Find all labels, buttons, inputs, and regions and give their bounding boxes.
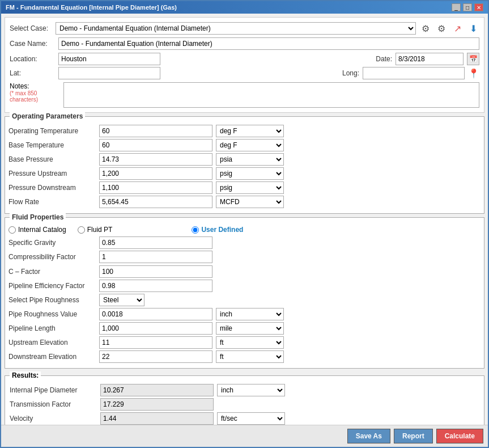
config-button[interactable]: ⚙ <box>435 22 448 35</box>
pressure-upstream-label: Pressure Upstream <box>8 170 99 177</box>
c-factor-label: C – Factor <box>8 268 99 276</box>
result-velocity-label: Velocity <box>10 415 100 422</box>
op-temp-unit-select[interactable]: deg Fdeg C <box>216 125 284 137</box>
calendar-button[interactable]: 📅 <box>467 53 479 65</box>
long-input[interactable] <box>363 67 465 79</box>
radio-fluid-pt[interactable]: Fluid PT <box>78 226 113 234</box>
settings-button[interactable]: ⚙ <box>419 22 432 35</box>
result-diameter-input <box>100 384 214 396</box>
location-label: Location: <box>10 55 55 63</box>
top-info-section: Select Case: Demo - Fundamental Equation… <box>5 17 484 113</box>
long-label: Long: <box>342 69 359 77</box>
base-pressure-unit-select[interactable]: psiapsigkPabar <box>216 153 284 166</box>
compressibility-input[interactable] <box>99 251 212 263</box>
notes-textarea[interactable] <box>63 82 479 108</box>
close-button[interactable]: ✕ <box>474 3 483 11</box>
pressure-upstream-input[interactable] <box>99 167 212 180</box>
op-temp-label: Operating Temperature <box>8 127 99 135</box>
fluid-radio-row: Internal Catalog Fluid PT User Defined <box>8 226 481 234</box>
downstream-elevation-row: Downstream Elevation ftm <box>8 350 481 363</box>
upstream-elevation-input[interactable] <box>99 336 212 349</box>
download-button[interactable]: ⬇ <box>467 22 479 35</box>
select-case-row: Select Case: Demo - Fundamental Equation… <box>10 22 479 35</box>
location-section: Location: <box>10 53 370 65</box>
radio-internal-catalog-input[interactable] <box>8 226 16 234</box>
downstream-elevation-label: Downstream Elevation <box>8 353 99 361</box>
results-title: Results: <box>10 371 41 379</box>
base-pressure-input[interactable] <box>99 153 212 166</box>
base-temp-unit-select[interactable]: deg Fdeg C <box>216 139 284 151</box>
c-factor-row: C – Factor <box>8 265 481 278</box>
pipe-roughness-unit-select[interactable]: inchmmft <box>216 308 284 320</box>
base-temp-row: Base Temperature deg Fdeg C <box>8 139 481 151</box>
specific-gravity-row: Specific Gravity <box>8 236 481 249</box>
base-pressure-row: Base Pressure psiapsigkPabar <box>8 153 481 166</box>
location-input[interactable] <box>58 53 160 65</box>
date-input[interactable] <box>396 53 464 65</box>
result-velocity-unit-select[interactable]: ft/secm/s <box>217 412 285 425</box>
result-velocity-row: Velocity ft/secm/s <box>10 412 479 425</box>
specific-gravity-input[interactable] <box>99 236 212 249</box>
downstream-elevation-input[interactable] <box>99 350 212 363</box>
select-pipe-roughness-row: Select Pipe Roughness SteelCast IronPlas… <box>8 294 481 306</box>
op-temp-row: Operating Temperature deg Fdeg C <box>8 125 481 137</box>
notes-label: Notes: <box>10 82 60 90</box>
pipeline-length-row: Pipeline Length milekmft <box>8 322 481 335</box>
save-as-button[interactable]: Save As <box>347 429 390 443</box>
flow-rate-input[interactable] <box>99 196 212 208</box>
pipe-roughness-select[interactable]: SteelCast IronPlasticCustom <box>99 294 144 306</box>
pipeline-length-unit: milekmft <box>216 322 284 335</box>
specific-gravity-label: Specific Gravity <box>8 239 99 247</box>
long-section: Long: 📍 <box>342 67 479 79</box>
report-button[interactable]: Report <box>394 429 433 443</box>
pressure-downstream-unit-select[interactable]: psigpsiakPa <box>216 181 284 194</box>
op-temp-input[interactable] <box>99 125 212 137</box>
pipeline-length-input[interactable] <box>99 322 212 335</box>
radio-user-defined[interactable]: User Defined <box>192 226 243 234</box>
main-content: Select Case: Demo - Fundamental Equation… <box>1 14 488 425</box>
pressure-upstream-unit-select[interactable]: psigpsiakPa <box>216 167 284 180</box>
compressibility-label: Compressibility Factor <box>8 253 99 261</box>
share-button[interactable]: ↗ <box>451 22 464 35</box>
lat-input[interactable] <box>58 67 160 79</box>
radio-fluid-pt-input[interactable] <box>78 226 85 234</box>
pipe-roughness-unit: inchmmft <box>216 308 284 320</box>
flow-rate-unit-select[interactable]: MCFDMMSCFDSCFD <box>216 196 284 208</box>
result-transmission-label: Transmission Factor <box>10 400 100 408</box>
upstream-elevation-unit-select[interactable]: ftm <box>216 336 284 349</box>
pressure-downstream-input[interactable] <box>99 181 212 194</box>
result-velocity-unit: ft/secm/s <box>217 412 285 425</box>
date-section: Date: 📅 <box>376 53 479 65</box>
lat-long-row: Lat: Long: 📍 <box>10 67 479 79</box>
radio-user-defined-input[interactable] <box>192 226 199 234</box>
flow-rate-unit: MCFDMMSCFDSCFD <box>216 196 284 208</box>
result-diameter-unit: inchmmft <box>217 384 285 396</box>
maximize-button[interactable]: □ <box>463 3 472 11</box>
result-diameter-row: Internal Pipe Diameter inchmmft <box>10 384 479 396</box>
window-controls: _ □ ✕ <box>452 3 483 11</box>
pressure-downstream-label: Pressure Downstream <box>8 184 99 192</box>
pipe-roughness-value-input[interactable] <box>99 308 212 320</box>
pressure-upstream-unit: psigpsiakPa <box>216 167 284 180</box>
pressure-upstream-row: Pressure Upstream psigpsiakPa <box>8 167 481 180</box>
compressibility-row: Compressibility Factor <box>8 251 481 263</box>
pressure-downstream-unit: psigpsiakPa <box>216 181 284 194</box>
calculate-button[interactable]: Calculate <box>436 429 483 443</box>
c-factor-input[interactable] <box>99 265 212 278</box>
radio-internal-catalog[interactable]: Internal Catalog <box>8 226 66 234</box>
select-case-dropdown[interactable]: Demo - Fundamental Equation (Internal Di… <box>56 22 416 35</box>
case-name-label: Case Name: <box>10 40 55 48</box>
case-name-row: Case Name: <box>10 37 479 50</box>
pipeline-efficiency-label: Pipeline Efficiency Factor <box>8 282 99 290</box>
map-pin-icon: 📍 <box>468 68 479 79</box>
minimize-button[interactable]: _ <box>452 3 461 11</box>
case-name-input[interactable] <box>58 37 479 50</box>
result-diameter-unit-select[interactable]: inchmmft <box>217 384 285 396</box>
downstream-elevation-unit-select[interactable]: ftm <box>216 350 284 363</box>
bottom-action-bar: Save As Report Calculate <box>1 425 488 447</box>
pipe-roughness-value-row: Pipe Roughness Value inchmmft <box>8 308 481 320</box>
lat-label: Lat: <box>10 69 55 77</box>
base-temp-input[interactable] <box>99 139 212 151</box>
pipeline-length-unit-select[interactable]: milekmft <box>216 322 284 335</box>
pipeline-efficiency-input[interactable] <box>99 280 212 292</box>
